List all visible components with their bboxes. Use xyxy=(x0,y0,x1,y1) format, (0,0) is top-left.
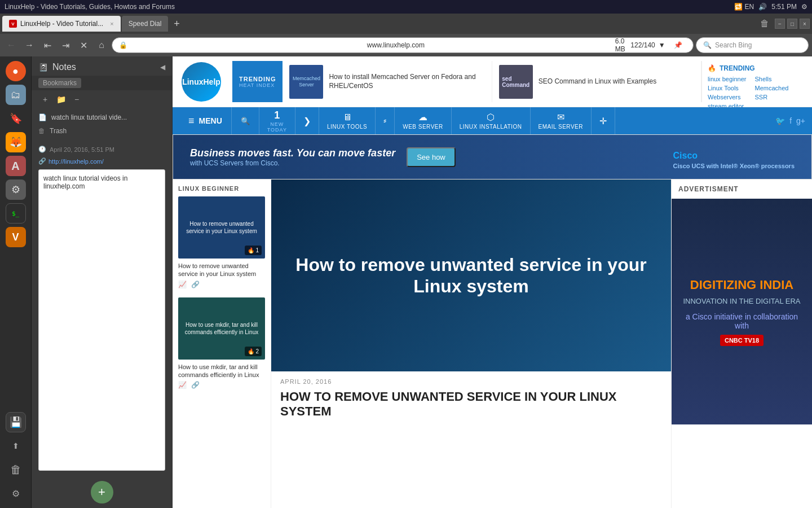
nav-item-plus[interactable]: ✛ xyxy=(592,107,615,134)
system-settings-icon[interactable]: ⚙ xyxy=(6,179,26,200)
storage-icon[interactable]: 💾 xyxy=(6,412,26,432)
new-count: 1 xyxy=(274,110,280,121)
back-button[interactable]: ← xyxy=(3,37,19,53)
tab-count-dropdown[interactable]: ▼ xyxy=(659,41,671,49)
new-tab-button[interactable]: + xyxy=(169,18,184,30)
today-label: TODAY xyxy=(267,127,287,133)
software-center-icon[interactable]: A xyxy=(6,156,26,176)
active-tab[interactable]: V LinuxHelp - Video Tutorial... × xyxy=(2,16,121,32)
article-bookmark-1[interactable]: 🔗 xyxy=(191,381,200,389)
add-note-button[interactable]: + xyxy=(91,481,113,503)
trending-thumb-1: sedCommand xyxy=(499,65,533,99)
ad-content-brand: a Cisco initiative in collaboration with xyxy=(683,312,801,330)
article-title-0: How to remove unwanted service in your L… xyxy=(178,262,265,278)
note-content-editor[interactable]: watch linux tutorial videos in linuxhelp… xyxy=(38,169,165,471)
speed-dial-label: Speed Dial xyxy=(129,20,162,28)
tab-close-button[interactable]: × xyxy=(110,20,113,27)
article-bookmark-0[interactable]: 🔗 xyxy=(191,281,200,288)
ad-banner: Business moves fast. You can move faster… xyxy=(173,134,812,179)
notes-header: 📓 Notes ◀ xyxy=(32,56,172,76)
forward-button[interactable]: → xyxy=(21,37,37,53)
article-share-1[interactable]: 📈 xyxy=(178,381,187,389)
stop-button[interactable]: ✕ xyxy=(76,37,91,53)
firefox-icon[interactable]: 🦊 xyxy=(6,132,26,152)
note-url: http://linuxhelp.com/ xyxy=(48,158,104,165)
menu-button[interactable]: ≡ MENU xyxy=(179,107,232,134)
files-icon[interactable]: 🗂 xyxy=(6,85,26,105)
new-note-button[interactable]: + xyxy=(38,93,52,106)
fast-forward-button[interactable]: ⇥ xyxy=(58,37,73,53)
article-actions-0: 📈 🔗 xyxy=(178,281,265,288)
ad-content-title: DIGITIZING INDIA xyxy=(690,278,793,292)
right-trending-cols: linux beginner Linux Tools Webservers st… xyxy=(708,76,797,112)
article-thumb-0[interactable]: How to remove unwanted service in your L… xyxy=(178,196,265,259)
search-nav-button[interactable]: 🔍 xyxy=(232,107,259,134)
article-title-1: How to use mkdir, tar and kill commands … xyxy=(178,363,265,379)
right-trend-linux-beginner[interactable]: linux beginner xyxy=(708,76,751,82)
logo-text: LinuxHelp xyxy=(182,77,220,86)
urlbar[interactable]: 🔒 www.linuxhelp.com 6.0 MB 122/140 ▼ 📌 xyxy=(112,37,694,53)
search-bar[interactable]: 🔍 Search Bing xyxy=(696,37,809,53)
rewind-button[interactable]: ⇤ xyxy=(39,37,55,53)
main-article: How to remove unwanted service in your L… xyxy=(271,179,671,508)
note-link[interactable]: 🔗 http://linuxhelp.com/ xyxy=(38,157,165,165)
nav-item-linux-tools[interactable]: 🖥 LINUX TOOLS xyxy=(319,107,376,134)
right-trending-header: 🔥 TRENDING xyxy=(708,64,797,72)
new-folder-button[interactable]: 📁 xyxy=(54,93,68,106)
titlebar-settings[interactable]: ⚙ xyxy=(801,3,807,11)
note-item-trash[interactable]: 🗑 Trash xyxy=(32,124,172,138)
close-button[interactable]: × xyxy=(800,19,810,29)
titlebar-volume: 🔊 xyxy=(758,3,767,11)
right-trend-linux-tools[interactable]: Linux Tools xyxy=(708,85,751,91)
twitter-icon[interactable]: 🐦 xyxy=(775,116,785,125)
article-share-0[interactable]: 📈 xyxy=(178,281,187,288)
ad-content-sub: INNOVATION IN THE DIGITAL ERA xyxy=(683,297,800,305)
nav-item-linux-installation[interactable]: ⬡ LINUX INSTALLATION xyxy=(452,107,531,134)
notes-expand-button[interactable]: ◀ xyxy=(160,63,165,71)
nav-item-email-server[interactable]: ✉ EMAIL SERVER xyxy=(531,107,592,134)
right-trend-memcached[interactable]: Memcached xyxy=(755,85,798,91)
expand-icon[interactable]: ⬆ xyxy=(6,436,26,456)
right-trending-label: TRENDING xyxy=(720,64,755,72)
tab-count: 122/140 xyxy=(630,41,655,49)
nav-item-arrow[interactable]: ❯ xyxy=(295,107,319,134)
trash-note-icon: 🗑 xyxy=(38,127,45,135)
url-text: www.linuxhelp.com xyxy=(367,41,611,49)
pin-icon[interactable]: 📌 xyxy=(674,41,686,49)
menu-label: MENU xyxy=(199,116,222,125)
note-item-watch[interactable]: 📄 watch linux tutorial vide... xyxy=(32,111,172,124)
right-trend-shells[interactable]: Shells xyxy=(755,76,798,82)
right-trend-ssr[interactable]: SSR xyxy=(755,94,798,100)
trending-label: TRENDING xyxy=(239,76,276,82)
ad-content: DIGITIZING INDIA INNOVATION IN THE DIGIT… xyxy=(672,199,812,424)
tab-trash-icon[interactable]: 🗑 xyxy=(756,19,774,29)
trending-item-1[interactable]: sedCommand SEO Command in Linux with Exa… xyxy=(492,61,701,102)
right-trend-webservers[interactable]: Webservers xyxy=(708,94,751,100)
trending-item-0[interactable]: MemcachedServer How to install Memcached… xyxy=(283,61,492,102)
nav-item-arrow2[interactable]: ⸗ xyxy=(376,107,395,134)
maximize-button[interactable]: □ xyxy=(787,19,797,29)
minimize-button[interactable]: − xyxy=(775,19,785,29)
facebook-icon[interactable]: f xyxy=(789,116,792,125)
delete-note-button[interactable]: − xyxy=(70,93,83,106)
nav-item-web-server[interactable]: ☁ WEB SERVER xyxy=(395,107,452,134)
memory-usage: 6.0 MB xyxy=(615,37,628,53)
right-trending-col-2: Shells Memcached SSR xyxy=(755,76,798,112)
notes-panel-icon[interactable]: 🔖 xyxy=(6,108,26,129)
tabbar: V LinuxHelp - Video Tutorial... × Speed … xyxy=(0,14,812,34)
gplus-icon[interactable]: g+ xyxy=(796,116,805,125)
bookmarks-label[interactable]: Bookmarks xyxy=(38,78,81,88)
new-today-badge[interactable]: 1 NEW TODAY xyxy=(259,107,295,134)
ubuntu-icon[interactable]: ● xyxy=(6,61,26,81)
home-button[interactable]: ⌂ xyxy=(94,37,109,53)
vivaldi-icon[interactable]: V xyxy=(6,227,26,247)
dock: ● 🗂 🔖 🦊 A ⚙ $_ V 💾 ⬆ 🗑 ⚙ xyxy=(0,56,32,508)
dock-settings-icon[interactable]: ⚙ xyxy=(6,483,26,503)
article-thumb-1[interactable]: How to use mkdir, tar and kill commands … xyxy=(178,297,265,360)
trash-icon[interactable]: 🗑 xyxy=(6,459,26,480)
terminal-icon[interactable]: $_ xyxy=(6,203,26,224)
speed-dial-tab[interactable]: Speed Dial xyxy=(122,16,169,32)
titlebar-lang: 🔁 EN xyxy=(734,3,754,11)
ad-cta-button[interactable]: See how xyxy=(407,147,456,167)
titlebar-right: 🔁 EN 🔊 5:51 PM ⚙ xyxy=(734,3,807,11)
